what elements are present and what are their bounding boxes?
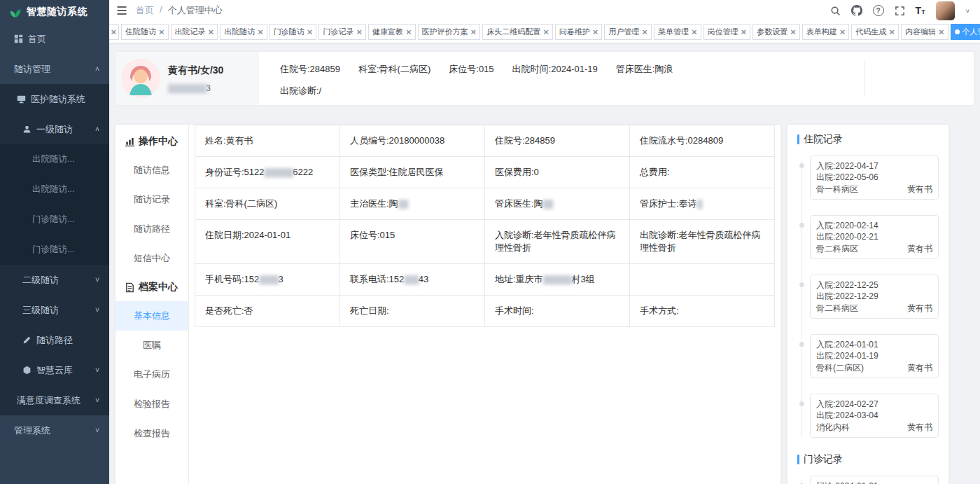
sidebar-item[interactable]: 门诊随访... xyxy=(0,205,109,235)
tab[interactable]: 代码生成× xyxy=(851,24,899,40)
sidebar-item[interactable]: 智慧云库∨ xyxy=(0,355,109,385)
tab[interactable]: 出院随访× xyxy=(220,24,267,40)
tab-close-icon[interactable]: × xyxy=(471,27,477,36)
tab-close-icon[interactable]: × xyxy=(692,27,697,36)
search-icon[interactable] xyxy=(830,6,841,16)
content-row: 操作中心随访信息随访记录随访路径短信中心档案中心基本信息医嘱电子病历检验报告检查… xyxy=(115,125,974,484)
hospital-record[interactable]: 入院:2022-12-25出院:2022-12-29骨二科病区黄有书 xyxy=(810,275,939,319)
tab-close-icon[interactable]: × xyxy=(939,27,944,36)
record-menu-item[interactable]: 检验报告 xyxy=(115,389,188,419)
tab[interactable]: × xyxy=(109,24,119,40)
tab-close-icon[interactable]: × xyxy=(209,27,214,36)
record-menu-item[interactable]: 电子病历 xyxy=(115,360,188,389)
tab[interactable]: 岗位管理× xyxy=(704,24,751,40)
table-cell xyxy=(630,264,775,296)
record-dept: 骨科(二病区) xyxy=(816,362,864,373)
chevron-down-icon: ∨ xyxy=(94,427,100,434)
table-cell: 医保类型:住院居民医保 xyxy=(340,157,485,188)
hospital-record[interactable]: 入院:2022-04-17出院:2022-05-06骨一科病区黄有书 xyxy=(810,155,939,200)
sidebar-item-label: 三级随访 xyxy=(22,304,59,317)
outpatient-record[interactable]: 门诊:2024-01-01 xyxy=(810,476,939,484)
tab-close-icon[interactable]: × xyxy=(790,27,796,36)
sidebar-item[interactable]: 随访管理∧ xyxy=(0,54,109,84)
fullscreen-icon[interactable] xyxy=(895,6,905,16)
record-menu-item[interactable]: 随访信息 xyxy=(115,155,188,185)
tab[interactable]: 健康宣教× xyxy=(368,24,416,40)
caret-down-icon[interactable]: ∨ xyxy=(965,7,970,15)
tab-close-icon[interactable]: × xyxy=(741,27,747,36)
breadcrumb-separator: / xyxy=(160,4,162,17)
record-menu-item[interactable]: 短信中心 xyxy=(115,244,188,273)
patient-phone-redacted: ████████ xyxy=(168,84,206,92)
avatar[interactable] xyxy=(936,1,955,20)
sidebar-item[interactable]: 一级随访∧ xyxy=(0,114,109,144)
tab-close-icon[interactable]: × xyxy=(356,27,362,36)
sidebar-item[interactable]: 二级随访∨ xyxy=(0,265,109,295)
tab[interactable]: 用户管理× xyxy=(604,24,652,40)
record-menu-item[interactable]: 医嘱 xyxy=(115,331,188,360)
record-menu-item[interactable]: 随访路径 xyxy=(115,214,188,244)
record-menu-item[interactable]: 基本信息 xyxy=(115,301,188,331)
tab-close-icon[interactable]: × xyxy=(307,27,313,36)
tab-close-icon[interactable]: × xyxy=(111,27,116,36)
table-cell: 住院日期:2024-01-01 xyxy=(195,220,340,264)
record-menu-item[interactable]: 检查报告 xyxy=(115,419,188,448)
help-icon[interactable]: ? xyxy=(873,5,884,16)
tab-close-icon[interactable]: × xyxy=(258,27,263,36)
tab[interactable]: 门诊随访× xyxy=(270,24,317,40)
tab[interactable]: 菜单管理× xyxy=(654,24,701,40)
sidebar-item[interactable]: 管理系统∨ xyxy=(0,415,109,445)
table-cell: 地址:重庆市██████村3组 xyxy=(485,264,630,296)
cell-text: 6222 xyxy=(293,167,313,177)
hospital-record[interactable]: 入院:2020-02-14出院:2020-02-21骨二科病区黄有书 xyxy=(810,215,939,259)
sidebar-item[interactable]: 满意度调查系统∨ xyxy=(0,385,109,415)
sidebar-item[interactable]: 医护随访系统 xyxy=(0,84,109,114)
sidebar-item[interactable]: 门诊随访... xyxy=(0,235,109,265)
tab-close-icon[interactable]: × xyxy=(593,27,598,36)
active-tab-dot xyxy=(955,29,960,34)
tab-close-icon[interactable]: × xyxy=(642,27,648,36)
patient-name: 黄有书/女/30 xyxy=(168,64,223,77)
tab-label: 门诊随访 xyxy=(274,27,304,37)
redacted-text: ██████ xyxy=(265,168,293,177)
outpatient-records-header: 门诊记录 xyxy=(804,453,843,466)
tab[interactable]: 出院记录× xyxy=(171,24,218,40)
tab[interactable]: 住院随访× xyxy=(121,24,169,40)
sidebar-item[interactable]: 随访路径 xyxy=(0,325,109,355)
tab[interactable]: 参数设置× xyxy=(752,24,800,40)
breadcrumb-home[interactable]: 首页 xyxy=(136,4,154,17)
tab-active[interactable]: 个人管理中心× xyxy=(951,24,980,40)
tab-close-icon[interactable]: × xyxy=(543,27,549,36)
sidebar-item-label: 出院随访... xyxy=(32,153,74,165)
app-logo[interactable]: 智慧随访系统 xyxy=(0,0,109,24)
tab-close-icon[interactable]: × xyxy=(159,27,164,36)
record-dept: 骨二科病区 xyxy=(816,243,858,254)
font-size-icon[interactable]: TT xyxy=(916,5,925,16)
table-cell: 入院诊断:老年性骨质疏松伴病理性骨折 xyxy=(485,220,630,264)
tab[interactable]: 门诊记录× xyxy=(318,24,366,40)
hospital-record[interactable]: 入院:2024-01-01出院:2024-01-19骨科(二病区)黄有书 xyxy=(810,334,939,378)
sidebar-item[interactable]: 出院随访... xyxy=(0,144,109,174)
patient-field: 管床医生:陶浪 xyxy=(616,63,673,76)
sidebar-item[interactable]: 出院随访... xyxy=(0,174,109,205)
github-icon[interactable] xyxy=(851,5,862,16)
tab[interactable]: 表单构建× xyxy=(802,24,850,40)
tab[interactable]: 问卷维护× xyxy=(555,24,603,40)
tab[interactable]: 内容编辑× xyxy=(901,24,948,40)
hospital-record[interactable]: 入院:2024-02-27出院:2024-03-04消化内科黄有书 xyxy=(810,394,939,438)
table-cell: 住院流水号:0284809 xyxy=(630,125,775,157)
tab[interactable]: 床头二维码配置× xyxy=(482,24,553,40)
record-line: 入院:2020-02-14 xyxy=(816,220,932,231)
record-menu-item[interactable]: 随访记录 xyxy=(115,185,188,214)
cell-text: 身份证号:5122 xyxy=(205,167,265,177)
patient-summary-line1: 住院号:284859科室:骨科(二病区)床位号:015出院时间:2024-01-… xyxy=(280,63,974,76)
tab-close-icon[interactable]: × xyxy=(406,27,412,36)
redacted-text: ████ xyxy=(259,275,278,284)
sidebar-item[interactable]: 三级随访∨ xyxy=(0,295,109,325)
cell-text: 地址:重庆市 xyxy=(495,274,543,284)
tab-close-icon[interactable]: × xyxy=(889,27,895,36)
sidebar-item[interactable]: 首页 xyxy=(0,24,109,54)
tab[interactable]: 医护评价方案× xyxy=(418,24,481,40)
tab-close-icon[interactable]: × xyxy=(840,27,846,36)
hamburger-icon[interactable] xyxy=(116,5,127,16)
